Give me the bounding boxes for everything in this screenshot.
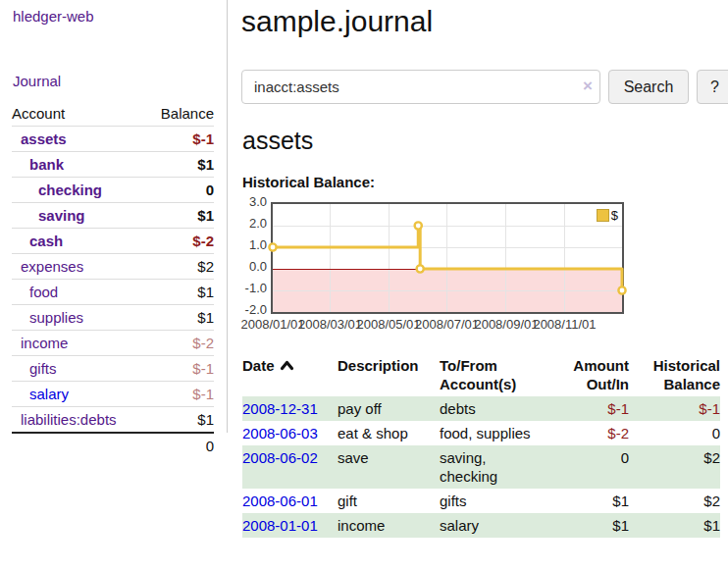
register-table: Date Description To/From Account(s) Amou… <box>242 353 720 538</box>
account-row: bank$1 <box>12 152 214 178</box>
sidebar: hledger-web Journal Account Balance asse… <box>0 0 228 433</box>
accounts-header-account: Account <box>12 101 146 127</box>
account-row: liabilities:debts$1 <box>12 407 214 434</box>
transaction-balance: $1 <box>629 513 720 538</box>
register-header-balance: Historical Balance <box>629 353 720 396</box>
account-row: assets$-1 <box>12 127 214 152</box>
transaction-description: eat & shop <box>338 421 440 445</box>
transaction-amount: 0 <box>539 445 629 489</box>
y-axis-tick-label: -1.0 <box>239 281 267 296</box>
account-link[interactable]: assets <box>21 130 67 147</box>
account-row: supplies$1 <box>12 305 214 331</box>
sidebar-item-journal[interactable]: Journal <box>13 73 61 89</box>
transaction-description: gift <box>338 489 440 513</box>
account-link[interactable]: cash <box>29 233 63 249</box>
legend-swatch-icon <box>597 209 609 222</box>
search-button[interactable]: Search <box>608 70 689 104</box>
account-link[interactable]: food <box>29 284 58 300</box>
chart-plot-area: $ <box>271 202 624 314</box>
transaction-description: pay off <box>338 396 440 421</box>
account-row: expenses$2 <box>12 254 214 280</box>
account-link[interactable]: checking <box>38 182 102 198</box>
chart-title: Historical Balance: <box>242 174 375 190</box>
account-link[interactable]: supplies <box>29 309 83 326</box>
transaction-date-link[interactable]: 2008-12-31 <box>242 400 318 417</box>
account-row: checking0 <box>12 178 214 203</box>
app-title-link[interactable]: hledger-web <box>13 8 94 25</box>
register-row: 2008-06-01giftgifts$1$2 <box>242 489 720 513</box>
register-row: 2008-12-31pay offdebts$-1$-1 <box>242 396 720 421</box>
account-row: saving$1 <box>12 203 214 229</box>
account-row: salary$-1 <box>12 382 214 407</box>
account-balance: 0 <box>146 178 214 203</box>
x-axis-tick-label: 2008/07/01 <box>415 317 479 332</box>
x-axis-tick-label: 2008/11/01 <box>533 317 596 332</box>
register-row: 2008-01-01incomesalary$1$1 <box>242 513 720 538</box>
register-header-account-label: To/From Account(s) <box>440 356 539 393</box>
register-header-date-label: Date <box>242 357 275 374</box>
transaction-amount: $1 <box>539 513 629 538</box>
transaction-accounts: salary <box>440 513 539 538</box>
account-balance: $-1 <box>146 382 214 407</box>
account-link[interactable]: income <box>21 335 68 351</box>
account-link[interactable]: saving <box>38 207 85 224</box>
transaction-amount: $1 <box>539 489 629 513</box>
search-input[interactable] <box>241 70 600 104</box>
transaction-date-link[interactable]: 2008-01-01 <box>242 517 318 534</box>
x-axis-tick-label: 2008/01/01 <box>240 317 304 332</box>
account-link[interactable]: salary <box>29 386 69 402</box>
transaction-balance: 0 <box>629 421 720 445</box>
register-header-row: Date Description To/From Account(s) Amou… <box>242 353 720 396</box>
help-button[interactable]: ? <box>697 70 728 104</box>
y-axis-tick-label: 3.0 <box>239 194 267 210</box>
account-row: cash$-2 <box>12 229 214 254</box>
chart-legend: $ <box>597 208 618 223</box>
clear-search-icon[interactable]: × <box>579 77 597 96</box>
y-axis-tick-label: 2.0 <box>239 216 267 232</box>
legend-label: $ <box>611 208 618 223</box>
account-balance: $1 <box>146 203 214 229</box>
register-row: 2008-06-02savesaving, checking0$2 <box>242 445 720 489</box>
account-balance: $-1 <box>146 356 214 382</box>
register-row: 2008-06-03eat & shopfood, supplies$-20 <box>242 421 720 445</box>
account-balance: $1 <box>146 305 214 331</box>
transaction-date-link[interactable]: 2008-06-02 <box>242 449 318 466</box>
transaction-description: save <box>338 445 440 489</box>
accounts-total: 0 <box>146 433 214 458</box>
x-axis-tick-label: 2008/09/01 <box>474 317 538 332</box>
y-axis-tick-label: -2.0 <box>239 302 267 318</box>
x-axis-tick-label: 2008/03/01 <box>298 317 362 332</box>
account-link[interactable]: gifts <box>29 360 57 377</box>
transaction-date-link[interactable]: 2008-06-03 <box>242 425 318 441</box>
account-balance: $-2 <box>146 229 214 254</box>
account-row: gifts$-1 <box>12 356 214 382</box>
account-link[interactable]: liabilities:debts <box>21 411 117 428</box>
account-balance: $1 <box>146 407 214 434</box>
account-balance: $-2 <box>146 331 214 356</box>
register-header-date[interactable]: Date <box>242 353 338 396</box>
register-header-account: To/From Account(s) <box>440 353 539 396</box>
transaction-date-link[interactable]: 2008-06-01 <box>242 493 318 509</box>
account-row: food$1 <box>12 280 214 305</box>
historical-balance-chart: $ 3.02.01.00.0-1.0-2.0 2008/01/012008/03… <box>239 195 632 342</box>
y-axis-tick-label: 1.0 <box>239 237 267 253</box>
register-header-description: Description <box>338 353 440 396</box>
balance-line-series <box>273 204 622 312</box>
transaction-accounts: food, supplies <box>440 421 539 445</box>
account-balance: $2 <box>146 254 214 280</box>
sort-ascending-icon <box>280 360 294 371</box>
account-row: income$-2 <box>12 331 214 356</box>
x-axis-tick-label: 2008/05/01 <box>356 317 420 332</box>
account-link[interactable]: bank <box>29 156 64 173</box>
transaction-amount: $-1 <box>539 396 629 421</box>
transaction-accounts: gifts <box>440 489 539 513</box>
account-link[interactable]: expenses <box>21 258 83 275</box>
register-header-amount: Amount Out/In <box>539 353 629 396</box>
transaction-balance: $-1 <box>629 396 720 421</box>
account-balance: $1 <box>146 280 214 305</box>
account-balance: $1 <box>146 152 214 178</box>
page-title: sample.journal <box>241 5 433 38</box>
accounts-table: Account Balance assets$-1bank$1checking0… <box>12 101 214 458</box>
transaction-description: income <box>338 513 440 538</box>
accounts-total-row: 0 <box>12 433 214 458</box>
